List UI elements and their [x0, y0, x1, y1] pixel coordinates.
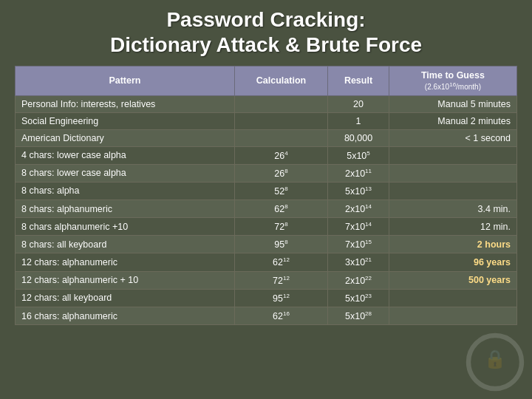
cell-pattern: 12 chars: all keyboard	[16, 289, 235, 307]
cell-time	[389, 182, 516, 200]
cell-result: 7x1014	[328, 218, 389, 236]
cell-calc	[234, 95, 327, 112]
header-time: Time to Guess(2.6x1016/month)	[389, 66, 516, 95]
cell-calc: 958	[234, 236, 327, 253]
table-row: American Dictionary80,000< 1 second	[16, 129, 517, 146]
cell-time	[389, 307, 516, 324]
cell-result: 5x1013	[328, 182, 389, 200]
cell-calc: 528	[234, 182, 327, 200]
table-row: 12 chars: alphanumeric62123x102196 years	[16, 253, 517, 271]
cell-calc: 728	[234, 218, 327, 236]
cell-time: Manual 2 minutes	[389, 112, 516, 129]
cell-pattern: 8 chars: lower case alpha	[16, 164, 235, 182]
cell-calc: 264	[234, 146, 327, 164]
cell-calc: 6212	[234, 253, 327, 271]
table-row: 8 chars: alpha5285x1013	[16, 182, 517, 200]
cell-calc	[234, 112, 327, 129]
cell-result: 2x1022	[328, 271, 389, 289]
cell-result: 2x1011	[328, 164, 389, 182]
cell-calc	[234, 129, 327, 146]
cell-result: 80,000	[328, 129, 389, 146]
cell-result: 2x1014	[328, 200, 389, 217]
header-result: Result	[328, 66, 389, 95]
table-row: 8 chars alphanumeric +107287x101412 min.	[16, 218, 517, 236]
cell-pattern: 8 chars: all keyboard	[16, 236, 235, 253]
cell-result: 1	[328, 112, 389, 129]
cell-pattern: 8 chars: alpha	[16, 182, 235, 200]
header-calculation: Calculation	[234, 66, 327, 95]
cell-time: 2 hours	[389, 236, 516, 253]
page: Password Cracking: Dictionary Attack & B…	[0, 0, 532, 399]
table-row: 8 chars: lower case alpha2682x1011	[16, 164, 517, 182]
cell-calc: 7212	[234, 271, 327, 289]
cell-calc: 9512	[234, 289, 327, 307]
cell-time	[389, 146, 516, 164]
table-container: Pattern Calculation Result Time to Guess…	[15, 66, 517, 325]
table-row: 4 chars: lower case alpha2645x105	[16, 146, 517, 164]
cell-result: 5x1028	[328, 307, 389, 324]
cell-result: 3x1021	[328, 253, 389, 271]
svg-text:🔒: 🔒	[484, 348, 506, 369]
watermark-decoration: 🔒	[466, 332, 525, 392]
table-row: 16 chars: alphanumeric62165x1028	[16, 307, 517, 324]
table-header-row: Pattern Calculation Result Time to Guess…	[16, 66, 517, 95]
table-row: Personal Info: interests, relatives20Man…	[16, 95, 517, 112]
cell-result: 7x1015	[328, 236, 389, 253]
cell-result: 20	[328, 95, 389, 112]
table-row: 8 chars: alphanumeric6282x10143.4 min.	[16, 200, 517, 217]
cell-result: 5x1023	[328, 289, 389, 307]
cell-calc: 628	[234, 200, 327, 217]
header-pattern: Pattern	[16, 66, 235, 95]
table-row: 12 chars: alphanumeric + 1072122x1022500…	[16, 271, 517, 289]
table-row: Social Engineering1Manual 2 minutes	[16, 112, 517, 129]
cell-pattern: 8 chars alphanumeric +10	[16, 218, 235, 236]
cell-time: Manual 5 minutes	[389, 95, 516, 112]
password-table: Pattern Calculation Result Time to Guess…	[15, 66, 517, 325]
table-row: 8 chars: all keyboard9587x10152 hours	[16, 236, 517, 253]
cell-pattern: Social Engineering	[16, 112, 235, 129]
cell-pattern: 16 chars: alphanumeric	[16, 307, 235, 324]
cell-calc: 268	[234, 164, 327, 182]
cell-calc: 6216	[234, 307, 327, 324]
cell-time	[389, 164, 516, 182]
cell-pattern: American Dictionary	[16, 129, 235, 146]
table-row: 12 chars: all keyboard95125x1023	[16, 289, 517, 307]
cell-pattern: 4 chars: lower case alpha	[16, 146, 235, 164]
cell-time: < 1 second	[389, 129, 516, 146]
cell-pattern: Personal Info: interests, relatives	[16, 95, 235, 112]
cell-time: 96 years	[389, 253, 516, 271]
cell-time: 3.4 min.	[389, 200, 516, 217]
page-title: Password Cracking: Dictionary Attack & B…	[110, 7, 422, 57]
cell-result: 5x105	[328, 146, 389, 164]
cell-pattern: 12 chars: alphanumeric + 10	[16, 271, 235, 289]
cell-time: 500 years	[389, 271, 516, 289]
cell-time	[389, 289, 516, 307]
cell-pattern: 8 chars: alphanumeric	[16, 200, 235, 217]
cell-pattern: 12 chars: alphanumeric	[16, 253, 235, 271]
cell-time: 12 min.	[389, 218, 516, 236]
